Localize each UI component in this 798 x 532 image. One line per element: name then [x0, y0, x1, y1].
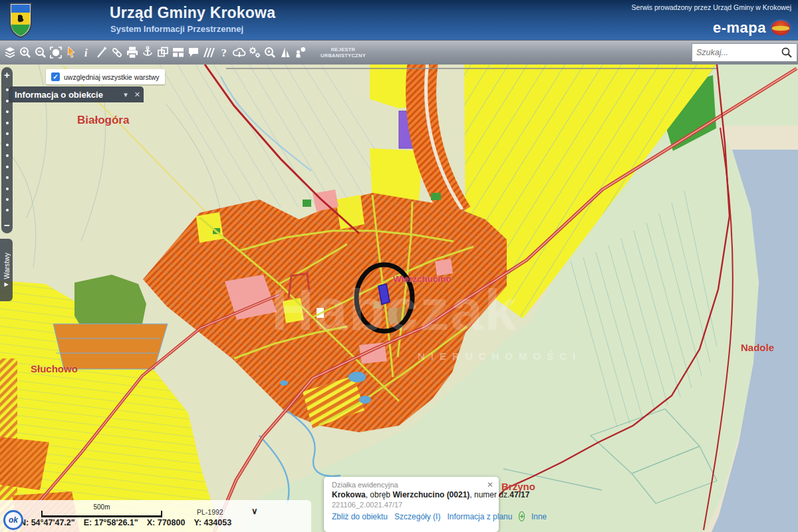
layers-tab[interactable]: Warstwy ▶: [0, 239, 13, 301]
watermark-text: Habczak: [271, 276, 518, 344]
all-layers-checkbox-bar[interactable]: ✓ uwzględniaj wszystkie warstwy: [46, 69, 165, 84]
copy-view-button[interactable]: [155, 43, 170, 63]
watermark-subtext: NIERUCHOMOŚCI: [418, 350, 581, 362]
zoom-level-dot[interactable]: [6, 188, 9, 190]
layout-button[interactable]: [170, 43, 186, 63]
zoom-to-object-link[interactable]: Zbliż do obiektu: [332, 512, 388, 521]
zoom-in-control[interactable]: +: [4, 70, 10, 80]
link-tool-button[interactable]: [109, 43, 124, 63]
parcel-popup: Działka ewidencyjna ✕ Krokowa, obręb Wie…: [324, 477, 499, 532]
ok-badge[interactable]: ok: [3, 510, 23, 530]
status-bar: 500m PL-1992 ∨ N: 54°47'47.2" E: 17°58'2…: [0, 500, 311, 532]
zoom-in-icon: [18, 45, 33, 60]
north-arrow-icon: [278, 45, 293, 60]
svg-text:?: ?: [221, 47, 227, 59]
zoom-level-dot[interactable]: [6, 88, 9, 91]
parcel-text1: , obręb: [366, 490, 393, 499]
settings-button[interactable]: [247, 43, 262, 63]
zoom-level-dot[interactable]: [6, 209, 9, 211]
crs-chevron-icon[interactable]: ∨: [251, 506, 258, 516]
measure-tool-button[interactable]: [94, 43, 109, 63]
search-icon[interactable]: [780, 46, 793, 59]
details-link[interactable]: Szczegóły (I): [394, 512, 440, 521]
anchor-icon: [140, 45, 155, 60]
measure-icon: [94, 45, 109, 60]
comment-tool-button[interactable]: [186, 43, 201, 63]
layers-tool-button[interactable]: [2, 43, 17, 63]
north-arrow-button[interactable]: [277, 43, 293, 63]
search-object-button[interactable]: [262, 43, 277, 63]
parcel-text2: , numer dz.: [469, 490, 509, 499]
print-button[interactable]: [124, 43, 140, 63]
print-icon: [125, 45, 140, 60]
layers-tab-arrow-icon: ▶: [4, 281, 8, 287]
zoom-level-dot[interactable]: [6, 166, 9, 168]
scale-label: 500m: [41, 503, 162, 511]
map-toolbar: i ? REJESTR URBANISTYCZNY: [0, 40, 798, 65]
place-label-sluchowo: Słuchowo: [31, 363, 78, 374]
zoom-level-dot[interactable]: [6, 122, 9, 124]
parcel-description: Krokowa, obręb Wierzchucino (0021), nume…: [332, 490, 491, 499]
zoom-level-dot[interactable]: [6, 110, 9, 113]
select-area-button[interactable]: [48, 43, 63, 63]
all-layers-checkbox[interactable]: ✓: [51, 72, 60, 81]
coord-y: Y: 434053: [194, 518, 231, 527]
help-button[interactable]: ?: [216, 43, 231, 63]
svg-text:i: i: [84, 47, 88, 59]
comment-icon: [186, 45, 201, 60]
hatch-lines-icon: [201, 45, 216, 60]
street-view-icon: [293, 45, 308, 60]
zoom-level-dot[interactable]: [6, 100, 9, 102]
zoom-out-control[interactable]: −: [4, 220, 10, 231]
urban-register-button[interactable]: REJESTR URBANISTYCZNY: [319, 47, 368, 59]
zoom-level-dot[interactable]: [6, 198, 9, 201]
crs-selector[interactable]: PL-1992: [197, 508, 223, 516]
other-link[interactable]: Inne: [531, 512, 547, 521]
street-view-button[interactable]: [293, 43, 308, 63]
object-info-panel-header: Informacja o obiekcie ▾ ✕: [9, 86, 144, 102]
parcel-number: 47/17: [509, 490, 529, 499]
layers-icon: [3, 45, 17, 60]
zoom-in-button[interactable]: [17, 43, 33, 63]
zoom-level-dot[interactable]: [6, 176, 9, 179]
panel-close-icon[interactable]: ✕: [131, 90, 144, 99]
info-tool-button[interactable]: i: [78, 43, 94, 63]
copy-view-icon: [156, 45, 170, 60]
service-note: Serwis prowadzony przez Urząd Gminy w Kr…: [632, 3, 791, 11]
emapa-brand: e-mapa: [713, 19, 766, 37]
parcels-orange-west: [53, 324, 168, 369]
search-input[interactable]: [692, 48, 780, 57]
more-plus-icon[interactable]: +: [519, 511, 524, 521]
layout-icon: [171, 45, 186, 60]
app-header: Urząd Gminy Krokowa System Informacji Pr…: [0, 0, 798, 41]
place-label-wierzchucino: Wierzchucino: [393, 274, 452, 284]
coord-e: E: 17°58'26.1": [84, 518, 138, 527]
parcel-green-town2: [431, 193, 441, 200]
scale-bar: 500m: [41, 503, 162, 517]
zoom-level-dot[interactable]: [6, 154, 9, 157]
pond1: [348, 372, 366, 382]
zoom-level-dot[interactable]: [6, 132, 9, 135]
scale-bar-rule: [41, 511, 162, 517]
all-layers-label: uwzględniaj wszystkie warstwy: [64, 73, 160, 81]
parcel-yellow-town2: [196, 212, 223, 243]
map-viewport: Habczak NIERUCHOMOŚCI Białogóra Wierzchu…: [0, 65, 798, 532]
zoom-level-dot[interactable]: [6, 144, 9, 146]
emapa-globe-icon: [770, 19, 791, 37]
plan-info-link[interactable]: Informacja z planu: [447, 512, 512, 521]
zoom-slider: + −: [1, 67, 13, 233]
cloud-tool-button[interactable]: [231, 43, 247, 63]
panel-collapse-icon[interactable]: ▾: [120, 90, 131, 99]
page-subtitle: System Informacji Przestrzennej: [110, 24, 243, 34]
gears-icon: [247, 45, 262, 60]
pointer-tool-button[interactable]: [63, 43, 78, 63]
help-icon: ?: [217, 45, 231, 60]
zoom-out-button[interactable]: [33, 43, 48, 63]
anchor-tool-button[interactable]: [140, 43, 155, 63]
select-area-icon: [49, 45, 63, 60]
urban-register-line2: URBANISTYCZNY: [319, 53, 368, 59]
coordinates-readout: N: 54°47'47.2" E: 17°58'26.1" X: 770800 …: [20, 518, 231, 527]
distance-tool-button[interactable]: [201, 43, 216, 63]
popup-close-icon[interactable]: ✕: [487, 480, 493, 489]
search-object-icon: [263, 45, 277, 60]
